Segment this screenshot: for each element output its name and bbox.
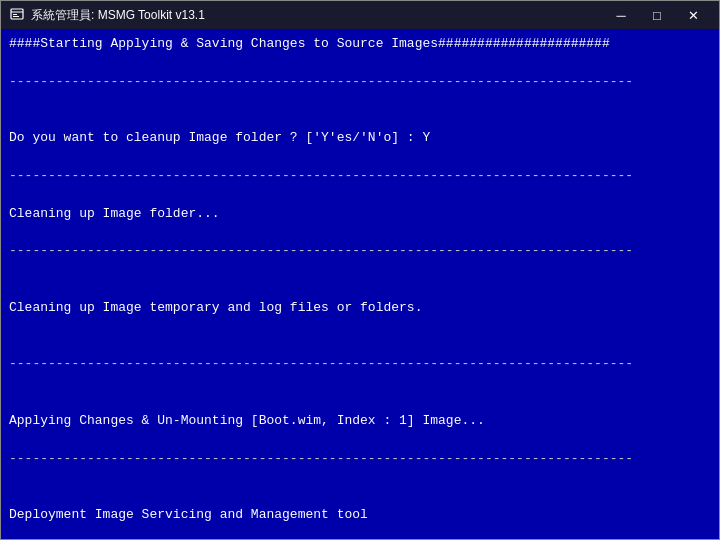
terminal-line: Do you want to cleanup Image folder ? ['…: [9, 129, 711, 148]
window-title: 系統管理員: MSMG Toolkit v13.1: [31, 7, 603, 24]
title-bar: 系統管理員: MSMG Toolkit v13.1 ─ □ ✕: [1, 1, 719, 29]
terminal-line: Deployment Image Servicing and Managemen…: [9, 506, 711, 525]
svg-rect-3: [13, 16, 19, 17]
terminal-line: Cleaning up Image folder...: [9, 205, 711, 224]
terminal-line: ----------------------------------------…: [9, 73, 711, 92]
close-button[interactable]: ✕: [675, 1, 711, 29]
terminal-line: ----------------------------------------…: [9, 450, 711, 469]
terminal-line: ####Starting Applying & Saving Changes t…: [9, 35, 711, 54]
terminal-line: Applying Changes & Un-Mounting [Boot.wim…: [9, 412, 711, 431]
minimize-button[interactable]: ─: [603, 1, 639, 29]
terminal-output: ####Starting Applying & Saving Changes t…: [1, 29, 719, 539]
maximize-button[interactable]: □: [639, 1, 675, 29]
terminal-line: Cleaning up Image temporary and log file…: [9, 299, 711, 318]
window-icon: [9, 7, 25, 23]
main-window: 系統管理員: MSMG Toolkit v13.1 ─ □ ✕ ####Star…: [0, 0, 720, 540]
terminal-line: ----------------------------------------…: [9, 242, 711, 261]
svg-rect-2: [13, 14, 17, 15]
window-controls: ─ □ ✕: [603, 1, 711, 29]
terminal-line: ----------------------------------------…: [9, 167, 711, 186]
terminal-line: ----------------------------------------…: [9, 355, 711, 374]
